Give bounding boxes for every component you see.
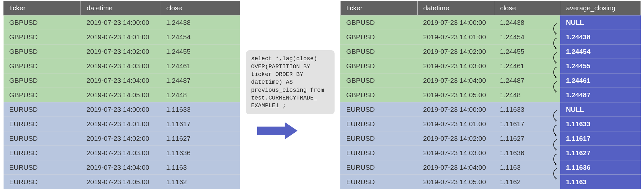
cell-avg: 1.24487 (560, 88, 641, 102)
cell-close: 1.24487 (494, 73, 560, 88)
table-row: GBPUSD2019-07-23 14:05:001.2448 1.24487 (340, 88, 640, 102)
table-row: GBPUSD2019-07-23 14:03:001.24461 1.24455 (340, 59, 640, 73)
col-header-ticker: ticker (340, 1, 417, 15)
cell-datetime: 2019-07-23 14:05:00 (417, 175, 494, 189)
cell-datetime: 2019-07-23 14:00:00 (417, 15, 494, 30)
cell-datetime: 2019-07-23 14:05:00 (81, 88, 160, 102)
cell-ticker: EURUSD (340, 102, 417, 117)
cell-datetime: 2019-07-23 14:04:00 (417, 73, 494, 88)
col-header-datetime: datetime (417, 1, 494, 15)
cell-ticker: EURUSD (340, 117, 417, 131)
cell-ticker: GBPUSD (4, 15, 81, 30)
cell-close: 1.11636 (494, 146, 560, 160)
transform-column: select *,lag(close) OVER(PARTITION BY ti… (246, 50, 335, 139)
table-row: EURUSD2019-07-23 14:01:001.11617 1.11633 (340, 117, 640, 131)
cell-ticker: EURUSD (4, 160, 81, 175)
cell-ticker: GBPUSD (4, 59, 81, 73)
cell-datetime: 2019-07-23 14:03:00 (81, 59, 160, 73)
cell-datetime: 2019-07-23 14:00:00 (81, 15, 160, 30)
cell-avg: 1.24461 (560, 73, 641, 88)
cell-ticker: EURUSD (340, 131, 417, 146)
input-table: ticker datetime close GBPUSD2019-07-23 1… (3, 1, 240, 189)
cell-close: 1.11627 (494, 131, 560, 146)
cell-ticker: GBPUSD (4, 88, 81, 102)
cell-close: 1.24487 (160, 73, 240, 88)
cell-datetime: 2019-07-23 14:01:00 (81, 30, 160, 44)
cell-ticker: EURUSD (4, 102, 81, 117)
cell-ticker: GBPUSD (4, 73, 81, 88)
table-row: GBPUSD2019-07-23 14:04:001.24487 1.24461 (340, 73, 640, 88)
table-row: GBPUSD2019-07-23 14:01:001.24454 (4, 30, 240, 44)
cell-ticker: EURUSD (4, 117, 81, 131)
cell-ticker: GBPUSD (340, 15, 417, 30)
cell-ticker: GBPUSD (340, 88, 417, 102)
cell-close: 1.11627 (160, 131, 240, 146)
table-row: EURUSD2019-07-23 14:02:001.11627 1.11617 (340, 131, 640, 146)
cell-ticker: GBPUSD (340, 44, 417, 59)
table-row: EURUSD2019-07-23 14:05:001.1162 (4, 175, 240, 189)
table-row: EURUSD2019-07-23 14:02:001.11627 (4, 131, 240, 146)
sql-query-box: select *,lag(close) OVER(PARTITION BY ti… (246, 50, 335, 114)
table-row: EURUSD2019-07-23 14:03:001.11636 (4, 146, 240, 160)
col-header-ticker: ticker (4, 1, 81, 15)
col-header-close: close (160, 1, 240, 15)
cell-ticker: EURUSD (4, 175, 81, 189)
input-table-header: ticker datetime close (4, 1, 240, 15)
table-row: GBPUSD2019-07-23 14:04:001.24487 (4, 73, 240, 88)
cell-datetime: 2019-07-23 14:01:00 (417, 117, 494, 131)
output-table-header: ticker datetime close average_closing (340, 1, 640, 15)
cell-datetime: 2019-07-23 14:02:00 (417, 131, 494, 146)
table-row: EURUSD2019-07-23 14:01:001.11617 (4, 117, 240, 131)
col-header-datetime: datetime (81, 1, 160, 15)
cell-close: 1.1163 (160, 160, 240, 175)
cell-close: 1.11633 (494, 102, 560, 117)
table-row: GBPUSD2019-07-23 14:03:001.24461 (4, 59, 240, 73)
cell-ticker: GBPUSD (340, 30, 417, 44)
cell-avg: 1.24454 (560, 44, 641, 59)
cell-datetime: 2019-07-23 14:04:00 (81, 160, 160, 175)
cell-close: 1.24461 (160, 59, 240, 73)
cell-avg: NULL (560, 102, 641, 117)
cell-close: 1.1162 (494, 175, 560, 189)
cell-datetime: 2019-07-23 14:03:00 (417, 59, 494, 73)
cell-avg: NULL (560, 15, 641, 30)
cell-ticker: EURUSD (340, 146, 417, 160)
cell-close: 1.24455 (494, 44, 560, 59)
table-row: GBPUSD2019-07-23 14:00:001.24438 (4, 15, 240, 30)
arrow-icon (257, 122, 299, 140)
cell-close: 1.24438 (160, 15, 240, 30)
cell-close: 1.1163 (494, 160, 560, 175)
cell-datetime: 2019-07-23 14:00:00 (81, 102, 160, 117)
col-header-avg: average_closing (560, 1, 641, 15)
cell-close: 1.1162 (160, 175, 240, 189)
cell-close: 1.11617 (160, 117, 240, 131)
cell-ticker: GBPUSD (4, 30, 81, 44)
cell-close: 1.2448 (160, 88, 240, 102)
cell-datetime: 2019-07-23 14:04:00 (417, 160, 494, 175)
cell-ticker: EURUSD (340, 160, 417, 175)
cell-close: 1.11636 (160, 146, 240, 160)
cell-close: 1.11633 (160, 102, 240, 117)
cell-datetime: 2019-07-23 14:03:00 (81, 146, 160, 160)
cell-close: 1.2448 (494, 88, 560, 102)
cell-avg: 1.11636 (560, 160, 641, 175)
cell-datetime: 2019-07-23 14:01:00 (417, 30, 494, 44)
cell-datetime: 2019-07-23 14:03:00 (417, 146, 494, 160)
table-row: GBPUSD2019-07-23 14:00:001.24438NULL (340, 15, 640, 30)
output-table: ticker datetime close average_closing GB… (340, 1, 641, 189)
cell-close: 1.24438 (494, 15, 560, 30)
table-row: GBPUSD2019-07-23 14:02:001.24455 (4, 44, 240, 59)
table-row: GBPUSD2019-07-23 14:01:001.24454 1.24438 (340, 30, 640, 44)
table-row: EURUSD2019-07-23 14:00:001.11633NULL (340, 102, 640, 117)
table-row: EURUSD2019-07-23 14:04:001.1163 (4, 160, 240, 175)
cell-close: 1.24455 (160, 44, 240, 59)
cell-avg: 1.24455 (560, 59, 641, 73)
table-row: EURUSD2019-07-23 14:03:001.11636 1.11627 (340, 146, 640, 160)
cell-datetime: 2019-07-23 14:01:00 (81, 117, 160, 131)
cell-datetime: 2019-07-23 14:04:00 (81, 73, 160, 88)
cell-avg: 1.1163 (560, 175, 641, 189)
table-row: GBPUSD2019-07-23 14:02:001.24455 1.24454 (340, 44, 640, 59)
table-row: EURUSD2019-07-23 14:00:001.11633 (4, 102, 240, 117)
cell-ticker: GBPUSD (4, 44, 81, 59)
table-row: GBPUSD2019-07-23 14:05:001.2448 (4, 88, 240, 102)
